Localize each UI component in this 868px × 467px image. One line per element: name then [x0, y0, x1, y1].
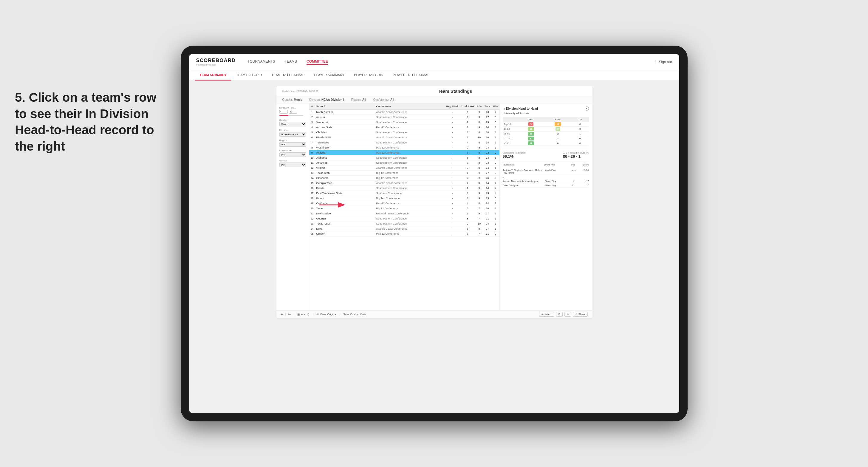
- clock-icon[interactable]: ⏱: [307, 313, 310, 316]
- subnav-team-h2h-grid[interactable]: TEAM H2H GRID: [231, 70, 267, 81]
- nav-teams[interactable]: TEAMS: [285, 59, 297, 65]
- sign-out-area: | Sign out: [655, 59, 672, 65]
- region-select[interactable]: N/A: [279, 142, 306, 147]
- table-area: # School Conference Reg Rank Conf Rank R…: [309, 103, 499, 310]
- table-row[interactable]: 12 Virginia Atlantic Coast Conference - …: [309, 165, 499, 170]
- filter-gender: Gender: Men's: [282, 98, 302, 101]
- subnav-team-h2h-heatmap[interactable]: TEAM H2H HEATMAP: [267, 70, 309, 81]
- h2h-row: 26-50 25 2 1: [503, 131, 589, 136]
- h2h-row: Top 10 3 13 0: [503, 122, 589, 127]
- subnav-team-summary[interactable]: TEAM SUMMARY: [195, 70, 232, 81]
- separator2: |: [294, 313, 294, 316]
- plus-icon[interactable]: +: [301, 313, 303, 316]
- toolbar-icon2[interactable]: ≋: [564, 312, 571, 317]
- table-row[interactable]: 4 Arizona State Pac-12 Conference - 1 9 …: [309, 125, 499, 130]
- h2h-header: In Division Head-to-Head ✕: [503, 106, 589, 111]
- division-select[interactable]: NCAA Division I: [279, 132, 306, 136]
- h2h-row: 11-25 11 8 0: [503, 127, 589, 131]
- subnav-player-h2h-grid[interactable]: PLAYER H2H GRID: [349, 70, 388, 81]
- outer-container: 5. Click on a team's row to see their In…: [0, 0, 868, 467]
- col-conf-rank: Conf Rank: [460, 103, 475, 110]
- crop-icon[interactable]: ⊞: [297, 313, 300, 316]
- logo-sub: Powered by clippd: [196, 64, 236, 66]
- tablet-screen: SCOREBOARD Powered by clippd TOURNAMENTS…: [189, 54, 679, 413]
- filters-row: Gender: Men's Division: NCAA Division I …: [276, 96, 592, 103]
- table-row[interactable]: 13 Texas Tech Big 12 Conference - 1 9 27…: [309, 170, 499, 176]
- logo-area: SCOREBOARD Powered by clippd: [196, 58, 236, 66]
- table-row[interactable]: 18 Illinois Big Ten Conference - 1 9 23 …: [309, 196, 499, 201]
- h2h-row: 51-100 20 3 0: [503, 136, 589, 141]
- share-btn[interactable]: ↗ Share: [573, 312, 587, 317]
- separator3: |: [313, 313, 313, 316]
- standings-table: # School Conference Reg Rank Conf Rank R…: [309, 103, 499, 237]
- table-row[interactable]: 25 Oregon Pac-12 Conference - 5 7 21 0: [309, 231, 499, 237]
- table-row[interactable]: 24 Duke Atlantic Coast Conference - 5 9 …: [309, 226, 499, 231]
- subnav-player-h2h-heatmap[interactable]: PLAYER H2H HEATMAP: [388, 70, 434, 81]
- conference-select[interactable]: (All): [279, 152, 306, 157]
- table-row[interactable]: 9 Arizona Pac-12 Conference - 3 8 23 2: [309, 150, 499, 155]
- toolbar-icon1[interactable]: ⊡: [556, 312, 563, 317]
- h2h-stats: Opponents in division: 99.1% W-L-T recor…: [503, 149, 589, 159]
- panel-body: Minimum Rou... Gender: [276, 103, 592, 310]
- nav-tournaments[interactable]: TOURNAMENTS: [247, 59, 275, 65]
- min-val-input[interactable]: [279, 110, 288, 114]
- table-row[interactable]: 22 Georgia Southeastern Conference - 8 7…: [309, 216, 499, 221]
- table-row[interactable]: 11 Arkansas Southeastern Conference - 6 …: [309, 160, 499, 165]
- share-icon: ↗: [575, 313, 577, 316]
- col-num: #: [309, 103, 315, 110]
- main-content: Update time: 27/03/2024 16:56:26 Team St…: [189, 81, 679, 413]
- col-reg-rank: Reg Rank: [445, 103, 460, 110]
- eye-icon: 👁: [316, 313, 319, 316]
- top-nav-links: TOURNAMENTS TEAMS COMMITTEE: [247, 59, 655, 65]
- col-tour: Tour: [483, 103, 492, 110]
- school-select[interactable]: (All): [279, 162, 306, 167]
- watch-btn[interactable]: 👁 Watch: [539, 312, 554, 317]
- table-row[interactable]: 21 New Mexico Mountain West Conference -…: [309, 211, 499, 216]
- filter-conference: Conference: All: [373, 98, 394, 101]
- filter-division: Division: NCAA Division I: [309, 98, 344, 101]
- h2h-title: In Division Head-to-Head: [503, 107, 538, 110]
- subnav-player-summary[interactable]: PLAYER SUMMARY: [309, 70, 349, 81]
- left-sidebar: Minimum Rou... Gender: [276, 103, 309, 310]
- tournament-row: Jackson T. Stephens Cup Men's Match-Play…: [503, 168, 589, 175]
- table-row[interactable]: 6 Florida State Atlantic Coast Conferenc…: [309, 135, 499, 140]
- h2h-row: >100 27 0 0: [503, 141, 589, 146]
- table-row[interactable]: 15 Georgia Tech Atlantic Coast Conferenc…: [309, 181, 499, 186]
- view-original-btn[interactable]: 👁 View: Original: [316, 313, 336, 316]
- tournament-row: Arizona Thunderbirds Intercollegiate Str…: [503, 179, 589, 183]
- filter-region: Region: All: [351, 98, 366, 101]
- table-row[interactable]: 7 Tennessee Southeastern Conference - 4 …: [309, 140, 499, 145]
- toolbar-icons: ⊞ + − ⏱: [297, 313, 310, 316]
- annotation-text: 5. Click on a team's row to see their In…: [15, 90, 158, 154]
- table-row[interactable]: 23 Texas A&M Southeastern Conference - 9…: [309, 221, 499, 226]
- filter-min-rounds: Minimum Rou...: [279, 106, 306, 116]
- tournament-row: 1: [503, 175, 589, 179]
- redo-btn[interactable]: ↪: [288, 312, 291, 316]
- sign-out-btn[interactable]: Sign out: [659, 60, 672, 64]
- tablet-frame: SCOREBOARD Powered by clippd TOURNAMENTS…: [181, 45, 688, 422]
- table-row[interactable]: 17 East Tennessee State Southern Confere…: [309, 191, 499, 196]
- table-row[interactable]: 8 Washington Pac-12 Conference - 2 8 23 …: [309, 145, 499, 150]
- undo-btn[interactable]: ↩: [281, 312, 284, 316]
- table-row[interactable]: 3 Vanderbilt Southeastern Conference - 2…: [309, 120, 499, 125]
- sidebar-gender: Gender Men's: [279, 119, 306, 126]
- save-custom-btn[interactable]: Save Custom View: [343, 313, 366, 316]
- minus-icon[interactable]: −: [304, 313, 306, 316]
- table-row[interactable]: 20 Texas Big 12 Conference - 3 7 20 2: [309, 206, 499, 211]
- tournament-row: Cabo Collegiate Stroke Play 11 17: [503, 183, 589, 188]
- nav-committee[interactable]: COMMITTEE: [307, 59, 328, 65]
- table-row[interactable]: 2 Auburn Southeastern Conference - 1 9 2…: [309, 115, 499, 120]
- separator1: |: [285, 313, 286, 316]
- table-row[interactable]: 16 Florida Southeastern Conference - 7 9…: [309, 186, 499, 191]
- table-row[interactable]: 19 California Pac-12 Conference - 4 8 24…: [309, 201, 499, 206]
- table-row[interactable]: 10 Alabama Southeastern Conference - 5 8…: [309, 155, 499, 160]
- table-row[interactable]: 14 Oklahoma Big 12 Conference - 2 9 26 2: [309, 176, 499, 181]
- table-row[interactable]: 1 North Carolina Atlantic Coast Conferen…: [309, 110, 499, 115]
- table-row[interactable]: 5 Ole Miss Southeastern Conference - 3 6…: [309, 130, 499, 135]
- gender-select[interactable]: Men's: [279, 122, 306, 126]
- h2h-close-btn[interactable]: ✕: [585, 106, 589, 111]
- h2h-team-name: University of Arizona: [503, 112, 589, 115]
- min-rounds-label: Minimum Rou...: [279, 106, 306, 109]
- col-rds: Rds: [475, 103, 483, 110]
- max-val-input[interactable]: [289, 110, 297, 114]
